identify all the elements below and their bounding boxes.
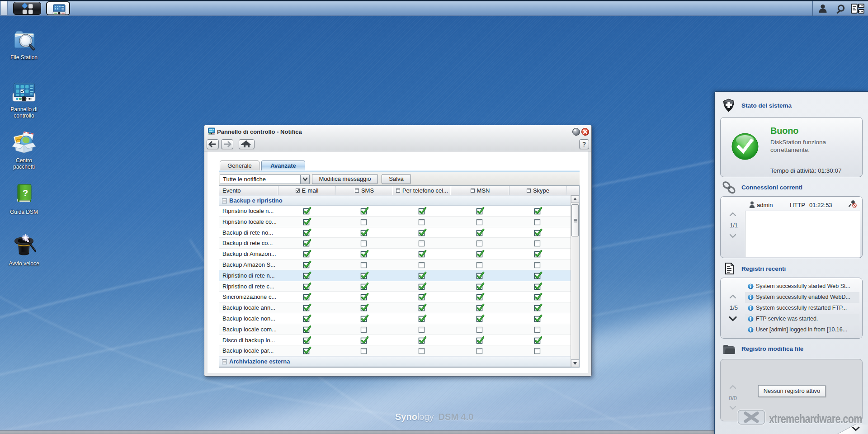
svg-text:?: ?: [23, 188, 28, 198]
